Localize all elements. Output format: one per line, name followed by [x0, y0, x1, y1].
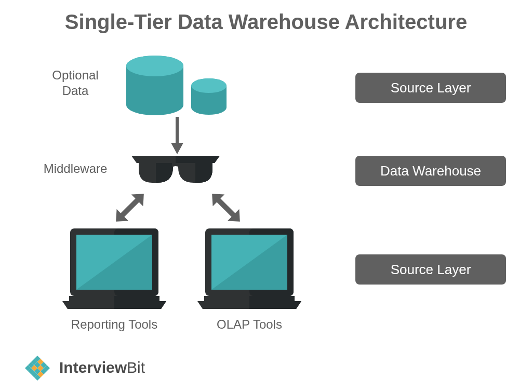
middleware-label: Middleware [34, 161, 117, 177]
svg-rect-10 [120, 198, 140, 218]
layer-box-source-top: Source Layer [355, 73, 506, 103]
olap-tools-label: OLAP Tools [197, 317, 301, 332]
svg-marker-7 [171, 143, 183, 154]
arrow-down-icon [171, 117, 183, 154]
logo-text: InterviewBit [59, 359, 145, 376]
optional-data-line1: Optional [52, 68, 98, 82]
middleware-icon [131, 156, 220, 187]
reporting-tools-label: Reporting Tools [57, 317, 171, 332]
svg-marker-9 [176, 156, 220, 163]
svg-rect-23 [114, 296, 159, 302]
layer-box-data-warehouse: Data Warehouse [355, 156, 506, 186]
diagram-title: Single-Tier Data Warehouse Architecture [0, 10, 532, 34]
double-arrow-left-icon [109, 187, 151, 228]
optional-data-line2: Data [62, 84, 89, 98]
optional-data-label: Optional Data [39, 67, 112, 99]
svg-rect-6 [176, 117, 179, 143]
svg-point-5 [191, 78, 227, 93]
interviewbit-logo: InterviewBit [21, 354, 145, 382]
svg-marker-29 [249, 301, 301, 309]
laptop-reporting-icon [60, 228, 169, 312]
logo-text-rest: Bit [127, 359, 145, 376]
logo-text-bold: Interview [59, 359, 127, 376]
laptop-olap-icon [195, 228, 304, 312]
svg-rect-13 [216, 198, 236, 218]
database-icon-group [125, 55, 234, 117]
double-arrow-right-icon [205, 187, 247, 228]
logo-icon [21, 354, 54, 382]
svg-point-2 [126, 56, 183, 76]
svg-rect-31 [249, 296, 295, 302]
layer-box-source-bottom: Source Layer [355, 254, 506, 285]
svg-marker-21 [114, 301, 166, 309]
